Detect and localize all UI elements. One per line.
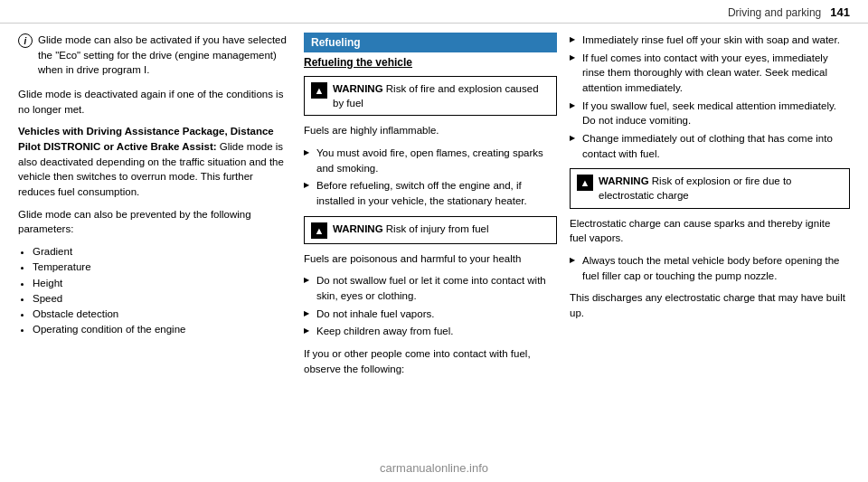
right-area: Refueling Refueling the vehicle ▲ WARNIN…: [304, 33, 850, 383]
warning-text-1: WARNING Risk of fire and explosion cause…: [333, 81, 550, 110]
arrow-item-children: Keep children away from fuel.: [304, 324, 557, 339]
content-area: i Glide mode can also be activated if yo…: [0, 24, 868, 392]
glide-bullet-list: Gradient Temperature Height Speed Obstac…: [18, 244, 289, 338]
electrostatic-text: Electrostatic charge can cause sparks an…: [570, 216, 850, 246]
far-right-column: Immediately rinse fuel off your skin wit…: [570, 33, 850, 383]
warning-text-2: WARNING Risk of injury from fuel: [333, 222, 489, 236]
bullet-item-temperature: Temperature: [33, 260, 289, 275]
arrow-item-inhale: Do not inhale fuel vapors.: [304, 307, 557, 322]
warning-label-3: WARNING: [599, 175, 652, 186]
arrow-item-fire: You must avoid fire, open flames, creati…: [304, 146, 557, 175]
arrow-item-touch-metal: Always touch the metal vehicle body befo…: [570, 253, 850, 283]
contact-observe: If you or other people come into contact…: [304, 346, 557, 376]
info-text: Glide mode can also be activated if you …: [38, 33, 289, 78]
middle-column: Refueling Refueling the vehicle ▲ WARNIN…: [304, 33, 557, 383]
glide-prevented-text: Glide mode can also be prevented by the …: [18, 207, 289, 237]
info-block: i Glide mode can also be activated if yo…: [18, 33, 289, 78]
arrow-item-swallow: Do not swallow fuel or let it come into …: [304, 273, 557, 303]
arrow-item-rinse-skin: Immediately rinse fuel off your skin wit…: [570, 33, 850, 48]
header-title: Driving and parking: [728, 6, 821, 19]
warning-label-2: WARNING: [333, 223, 386, 234]
arrow-item-engine: Before refueling, switch off the engine …: [304, 178, 557, 208]
warning-block-1: ▲ WARNING Risk of fire and explosion cau…: [304, 76, 557, 116]
page-number: 141: [830, 5, 850, 19]
warning-icon-3: ▲: [577, 175, 593, 191]
arrow-list-1: You must avoid fire, open flames, creati…: [304, 146, 557, 209]
bullet-item-gradient: Gradient: [33, 244, 289, 260]
arrow-item-rinse-eyes: If fuel comes into contact with your eye…: [570, 51, 850, 96]
arrow-list-4: Always touch the metal vehicle body befo…: [570, 253, 850, 283]
warning-detail-2: Risk of injury from fuel: [386, 223, 489, 234]
section-subheader: Refueling the vehicle: [304, 56, 557, 69]
arrow-list-2: Do not swallow fuel or let it come into …: [304, 273, 557, 339]
fuels-inflammable: Fuels are highly inflammable.: [304, 123, 557, 138]
warning-icon-1: ▲: [311, 82, 327, 99]
info-icon: i: [18, 33, 33, 48]
arrow-item-change-clothing: Change immediately out of clothing that …: [570, 131, 850, 161]
warning-text-3: WARNING Risk of explosion or fire due to…: [599, 174, 843, 203]
bullet-item-speed: Speed: [33, 291, 289, 307]
warning-block-2: ▲ WARNING Risk of injury from fuel: [304, 216, 557, 244]
warning-label-1: WARNING: [333, 83, 386, 94]
warning-icon-2: ▲: [311, 222, 327, 239]
arrow-list-3: Immediately rinse fuel off your skin wit…: [570, 33, 850, 161]
page-header: Driving and parking 141: [0, 0, 868, 24]
page-container: Driving and parking 141 i Glide mode can…: [0, 0, 868, 482]
fuels-poisonous: Fuels are poisonous and harmful to your …: [304, 251, 557, 267]
bullet-item-operating: Operating condition of the engine: [33, 322, 289, 337]
arrow-item-swallow-seek: If you swallow fuel, seek medical attent…: [570, 99, 850, 128]
watermark: carmanualonline.info: [0, 461, 868, 475]
glide-deactivated-text: Glide mode is deactivated again if one o…: [18, 87, 289, 117]
left-column: i Glide mode can also be activated if yo…: [18, 33, 289, 383]
discharges-text: This discharges any electrostatic charge…: [570, 290, 850, 320]
vehicles-heading: Vehicles with Driving Assistance Package…: [18, 124, 289, 199]
warning-block-3: ▲ WARNING Risk of explosion or fire due …: [570, 168, 850, 208]
bullet-item-height: Height: [33, 276, 289, 291]
section-header-refueling: Refueling: [304, 33, 557, 52]
bullet-item-obstacle: Obstacle detection: [33, 307, 289, 322]
